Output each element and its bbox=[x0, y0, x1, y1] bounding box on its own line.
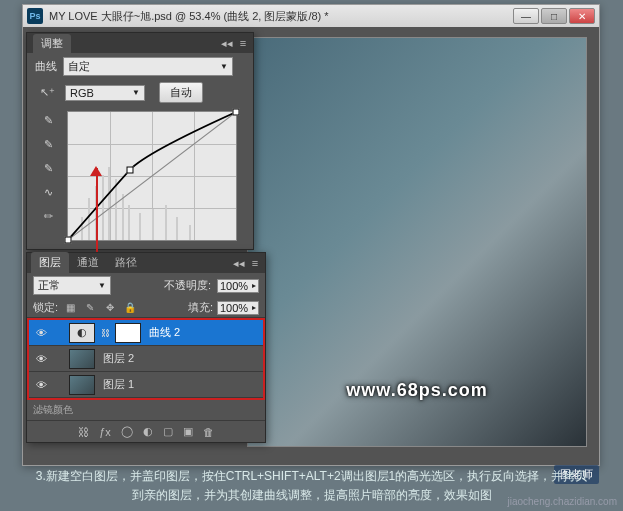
channel-dropdown[interactable]: RGB ▼ bbox=[65, 85, 145, 101]
layers-list: 👁 ◐ ⛓ 曲线 2 👁 图层 2 👁 图层 1 bbox=[27, 318, 265, 400]
curve-edit-icon[interactable]: ∿ bbox=[38, 183, 58, 201]
document-canvas[interactable]: www.68ps.com bbox=[247, 37, 587, 447]
photoshop-icon: Ps bbox=[27, 8, 43, 24]
curve-point-shadow[interactable] bbox=[65, 237, 72, 244]
link-icon[interactable]: ⛓ bbox=[99, 328, 111, 338]
lock-pixels-icon[interactable]: ✎ bbox=[82, 301, 98, 315]
curve-point-highlight[interactable] bbox=[233, 109, 240, 116]
visibility-icon[interactable]: 👁 bbox=[33, 327, 49, 339]
opacity-label: 不透明度: bbox=[164, 278, 211, 293]
svg-line-0 bbox=[68, 112, 236, 240]
watermark-footer: jiaocheng.chazidian.com bbox=[507, 496, 617, 507]
panel-menu-icon[interactable]: ≡ bbox=[237, 37, 249, 49]
watermark-url: www.68ps.com bbox=[346, 380, 487, 401]
opacity-input[interactable]: 100% ▸ bbox=[217, 279, 259, 293]
targeted-adjust-icon[interactable]: ↖⁺ bbox=[37, 84, 57, 102]
opacity-value: 100% bbox=[220, 280, 248, 292]
adjustment-thumb[interactable]: ◐ bbox=[69, 323, 95, 343]
panel-tabbar: 调整 ◂◂ ≡ bbox=[27, 33, 253, 53]
lock-label: 锁定: bbox=[33, 300, 58, 315]
curve-draw-icon[interactable]: ✏ bbox=[38, 207, 58, 225]
tab-channels[interactable]: 通道 bbox=[69, 252, 107, 273]
close-button[interactable]: ✕ bbox=[569, 8, 595, 24]
curves-label: 曲线 bbox=[35, 59, 57, 74]
fill-label: 填充: bbox=[188, 300, 213, 315]
tab-adjustments[interactable]: 调整 bbox=[33, 34, 71, 53]
chevron-down-icon: ▼ bbox=[220, 62, 228, 71]
auto-button[interactable]: 自动 bbox=[159, 82, 203, 103]
blend-mode-dropdown[interactable]: 正常 ▼ bbox=[33, 276, 111, 295]
tab-layers[interactable]: 图层 bbox=[31, 252, 69, 273]
new-layer-icon[interactable]: ▣ bbox=[183, 425, 193, 438]
eyedropper-gray-icon[interactable]: ✎ bbox=[38, 135, 58, 153]
lock-position-icon[interactable]: ✥ bbox=[102, 301, 118, 315]
eyedropper-white-icon[interactable]: ✎ bbox=[38, 159, 58, 177]
tab-paths[interactable]: 路径 bbox=[107, 252, 145, 273]
panel-collapse-icon[interactable]: ◂◂ bbox=[233, 257, 245, 269]
chevron-down-icon: ▼ bbox=[98, 281, 106, 290]
window-title: MY LOVE 大眼仔~旭.psd @ 53.4% (曲线 2, 图层蒙版/8)… bbox=[49, 9, 513, 24]
curves-preset-dropdown[interactable]: 自定 ▼ bbox=[63, 57, 233, 76]
adjustments-panel: 调整 ◂◂ ≡ 曲线 自定 ▼ ↖⁺ RGB ▼ 自动 ✎ ✎ ✎ ∿ ✏ bbox=[26, 32, 254, 250]
mask-thumb[interactable] bbox=[115, 323, 141, 343]
curve-point-mid[interactable] bbox=[127, 166, 134, 173]
layer-name[interactable]: 图层 2 bbox=[99, 351, 259, 366]
layers-panel: 图层 通道 路径 ◂◂ ≡ 正常 ▼ 不透明度: 100% ▸ 锁定: ▦ ✎ … bbox=[26, 252, 266, 443]
fx-icon[interactable]: ƒx bbox=[99, 426, 111, 438]
layer-name[interactable]: 曲线 2 bbox=[145, 325, 259, 340]
channel-value: RGB bbox=[70, 87, 94, 99]
layers-tabbar: 图层 通道 路径 ◂◂ ≡ bbox=[27, 253, 265, 273]
layer-row-curves2[interactable]: 👁 ◐ ⛓ 曲线 2 bbox=[29, 320, 263, 346]
curves-preset-value: 自定 bbox=[68, 59, 90, 74]
titlebar[interactable]: Ps MY LOVE 大眼仔~旭.psd @ 53.4% (曲线 2, 图层蒙版… bbox=[23, 5, 599, 27]
link-layers-icon[interactable]: ⛓ bbox=[78, 426, 89, 438]
layer-row-layer1[interactable]: 👁 图层 1 bbox=[29, 372, 263, 398]
panel-menu-icon[interactable]: ≡ bbox=[249, 257, 261, 269]
fill-input[interactable]: 100% ▸ bbox=[217, 301, 259, 315]
layer-thumb[interactable] bbox=[69, 349, 95, 369]
layer-thumb[interactable] bbox=[69, 375, 95, 395]
panel-collapse-icon[interactable]: ◂◂ bbox=[221, 37, 233, 49]
visibility-icon[interactable]: 👁 bbox=[33, 379, 49, 391]
curve-line bbox=[68, 112, 236, 240]
curves-tools: ✎ ✎ ✎ ∿ ✏ bbox=[35, 111, 61, 241]
filter-color-row[interactable]: 滤镜颜色 bbox=[27, 400, 265, 420]
mask-icon[interactable]: ◯ bbox=[121, 425, 133, 438]
lock-transparency-icon[interactable]: ▦ bbox=[62, 301, 78, 315]
fill-value: 100% bbox=[220, 302, 248, 314]
maximize-button[interactable]: □ bbox=[541, 8, 567, 24]
curves-graph[interactable] bbox=[67, 111, 237, 241]
blend-mode-value: 正常 bbox=[38, 278, 60, 293]
delete-layer-icon[interactable]: 🗑 bbox=[203, 426, 214, 438]
layer-name[interactable]: 图层 1 bbox=[99, 377, 259, 392]
visibility-icon[interactable]: 👁 bbox=[33, 353, 49, 365]
minimize-button[interactable]: — bbox=[513, 8, 539, 24]
layer-row-layer2[interactable]: 👁 图层 2 bbox=[29, 346, 263, 372]
eyedropper-black-icon[interactable]: ✎ bbox=[38, 111, 58, 129]
chevron-down-icon: ▼ bbox=[132, 88, 140, 97]
adjustment-layer-icon[interactable]: ◐ bbox=[143, 425, 153, 438]
lock-all-icon[interactable]: 🔒 bbox=[122, 301, 138, 315]
chevron-right-icon: ▸ bbox=[252, 281, 256, 290]
group-icon[interactable]: ▢ bbox=[163, 425, 173, 438]
layers-footer: ⛓ ƒx ◯ ◐ ▢ ▣ 🗑 bbox=[27, 420, 265, 442]
chevron-right-icon: ▸ bbox=[252, 303, 256, 312]
